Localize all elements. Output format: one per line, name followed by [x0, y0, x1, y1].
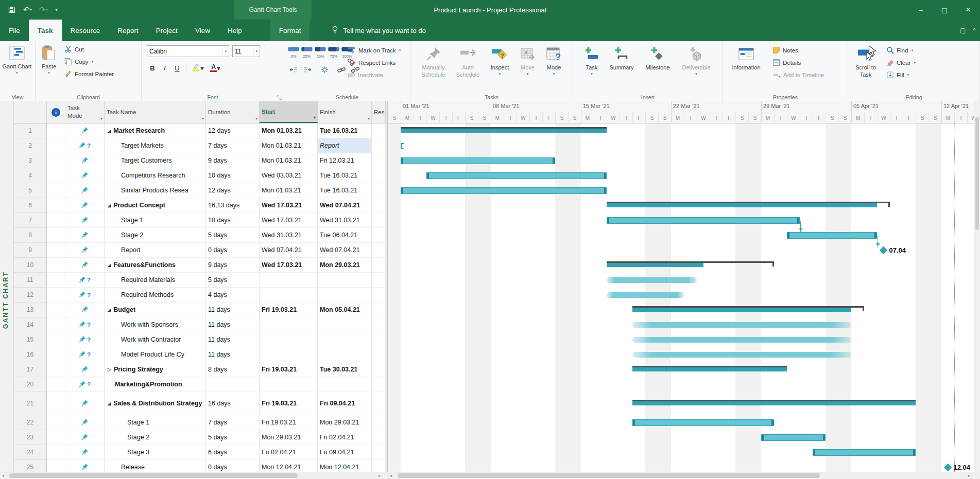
cell-info[interactable] — [47, 168, 65, 183]
font-dialog-launcher-icon[interactable] — [276, 94, 282, 100]
cell-num[interactable]: 1 — [14, 123, 47, 138]
gantt-bar-task-7[interactable] — [607, 217, 800, 224]
cell-start[interactable] — [260, 317, 318, 332]
day-header-cell[interactable]: W — [697, 112, 710, 123]
cell-duration[interactable]: 16 days — [206, 392, 260, 415]
gantt-bar-task-22[interactable] — [632, 419, 774, 426]
cell-duration[interactable]: 10 days — [206, 213, 260, 228]
cell-info[interactable] — [47, 228, 65, 243]
cell-duration[interactable]: 12 days — [206, 123, 260, 138]
week-label[interactable]: 05 Apr '21 — [853, 103, 879, 109]
cell-num[interactable]: 3 — [14, 153, 47, 168]
cell-name[interactable]: Model Product Life Cy — [105, 347, 206, 362]
cell-res[interactable] — [372, 243, 386, 258]
task-row-17[interactable]: 17▷Pricing Strategy8 daysFri 19.03.21Tue… — [14, 362, 386, 377]
cell-start[interactable] — [260, 288, 318, 303]
day-header-cell[interactable]: F — [813, 112, 826, 123]
cell-start[interactable] — [260, 273, 318, 288]
progress-50-button[interactable]: 50% — [314, 44, 326, 59]
cell-mode[interactable] — [65, 198, 105, 213]
column-header-mode[interactable]: Task Mode▾ — [65, 101, 105, 123]
day-header-cell[interactable]: T — [620, 112, 632, 123]
gantt-milestone-9[interactable] — [880, 246, 888, 255]
cell-mode[interactable] — [65, 183, 105, 198]
cell-info[interactable] — [47, 153, 65, 168]
cell-name[interactable]: Stage 1 — [105, 415, 206, 430]
cell-res[interactable] — [372, 123, 386, 138]
cell-res[interactable] — [372, 228, 386, 243]
restore-button[interactable]: ▢ — [933, 0, 956, 20]
cell-res[interactable] — [372, 332, 386, 347]
cell-mode[interactable] — [65, 123, 105, 138]
cell-finish[interactable]: Mon 29.03.21 — [318, 258, 372, 273]
cell-mode[interactable]: ? — [65, 273, 105, 288]
cell-name[interactable]: Competitors Research — [105, 168, 206, 183]
cell-info[interactable] — [47, 288, 65, 303]
outdent-button[interactable] — [287, 65, 300, 76]
scroll-arrow-icon[interactable]: ▸ — [968, 472, 970, 479]
scroll-arrow-icon[interactable]: ◂ — [2, 472, 4, 479]
task-row-14[interactable]: 14?Work with Sponsors11 days — [14, 317, 386, 332]
cell-name[interactable]: ▷Pricing Strategy — [105, 362, 206, 377]
cell-info[interactable] — [47, 183, 65, 198]
cell-info[interactable] — [47, 303, 65, 317]
cell-name[interactable]: Stage 3 — [105, 445, 206, 460]
day-header-cell[interactable]: T — [890, 112, 903, 123]
cell-duration[interactable]: 11 days — [206, 332, 260, 347]
task-row-4[interactable]: 4Competitors Research10 daysWed 03.03.21… — [14, 168, 386, 183]
cell-num[interactable]: 8 — [14, 228, 47, 243]
column-header-duration[interactable]: Duration▾ — [206, 101, 260, 123]
cell-res[interactable] — [372, 445, 386, 460]
day-header-cell[interactable]: W — [517, 112, 529, 123]
column-header-info[interactable]: i — [47, 101, 65, 123]
cell-mode[interactable] — [65, 303, 105, 317]
day-header-cell[interactable]: M — [401, 112, 414, 123]
cell-start[interactable]: Fri 19.03.21 — [260, 303, 318, 317]
find-button[interactable]: Find▾ — [884, 44, 918, 57]
day-header-cell[interactable]: T — [594, 112, 607, 123]
move-button[interactable]: Move▾ — [515, 43, 540, 79]
cell-duration[interactable]: 12 days — [206, 183, 260, 198]
cell-res[interactable] — [372, 415, 386, 430]
cell-info[interactable] — [47, 362, 65, 377]
cell-start[interactable]: Mon 01.03.21 — [260, 153, 318, 168]
cell-start[interactable] — [260, 332, 318, 347]
cell-start[interactable]: Mon 01.03.21 — [260, 183, 318, 198]
cell-finish[interactable]: Wed 31.03.21 — [318, 213, 372, 228]
b-toggle-button[interactable]: B — [147, 62, 158, 74]
cell-name[interactable]: Marketing&Promotion — [105, 377, 206, 392]
day-header-cell[interactable]: W — [787, 112, 800, 123]
column-header-res[interactable]: Res — [372, 101, 386, 123]
cell-mode[interactable] — [65, 415, 105, 430]
scroll-to-task-button[interactable]: Scroll to Task — [851, 43, 881, 80]
task-button[interactable]: Task▾ — [580, 43, 604, 76]
task-row-6[interactable]: 6◢Product Concept16,13 daysWed 17.03.21W… — [14, 198, 386, 213]
cell-duration[interactable]: 4 days — [206, 288, 260, 303]
cell-mode[interactable] — [65, 430, 105, 445]
split-task-button[interactable] — [318, 65, 331, 76]
cell-num[interactable]: 11 — [14, 273, 47, 288]
cell-name[interactable]: Target Customers — [105, 153, 206, 168]
gantt-bar-unscheduled-14[interactable] — [632, 322, 851, 328]
tab-help[interactable]: Help — [219, 20, 251, 41]
cell-start[interactable]: Wed 03.03.21 — [260, 168, 318, 183]
cell-num[interactable]: 23 — [14, 430, 47, 445]
day-header-cell[interactable]: S — [478, 112, 491, 123]
cell-duration[interactable] — [206, 377, 260, 392]
cell-num[interactable]: 20 — [14, 377, 47, 392]
column-header-finish[interactable]: Finish▾ — [318, 101, 372, 123]
cell-info[interactable] — [47, 138, 65, 153]
cell-duration[interactable]: 7 days — [206, 138, 260, 153]
respect-links-button[interactable]: Respect Links — [345, 57, 403, 69]
paste-button[interactable]: Paste▾ — [36, 42, 62, 92]
scroll-arrow-icon[interactable]: ◂ — [390, 472, 392, 479]
cell-start[interactable]: Mon 29.03.21 — [260, 430, 318, 445]
cell-name[interactable]: Similar Products Resea — [105, 183, 206, 198]
indent-button[interactable] — [301, 65, 314, 76]
inactivate-button[interactable]: Inactivate — [345, 69, 403, 81]
cell-name[interactable]: ◢Budget — [105, 303, 206, 317]
font-color-button[interactable]: A▾ — [207, 62, 223, 74]
gantt-chart-button[interactable]: Gantt Chart▾ — [1, 42, 33, 75]
add-to-timeline-button[interactable]: Add to Timeline — [770, 69, 826, 81]
cell-start[interactable] — [260, 347, 318, 362]
